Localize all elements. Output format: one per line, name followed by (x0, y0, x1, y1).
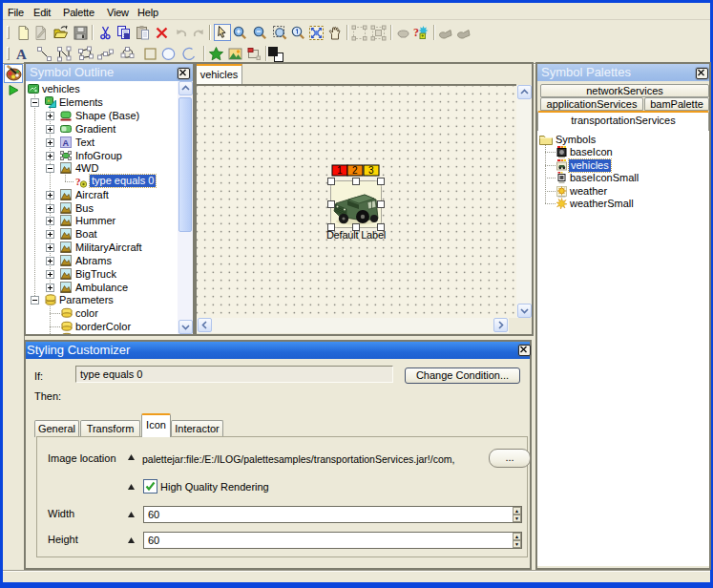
svg-text:?: ? (413, 26, 419, 39)
svg-text:3: 3 (368, 165, 374, 176)
svg-text:1: 1 (337, 165, 343, 176)
svg-text:2: 2 (352, 165, 358, 176)
